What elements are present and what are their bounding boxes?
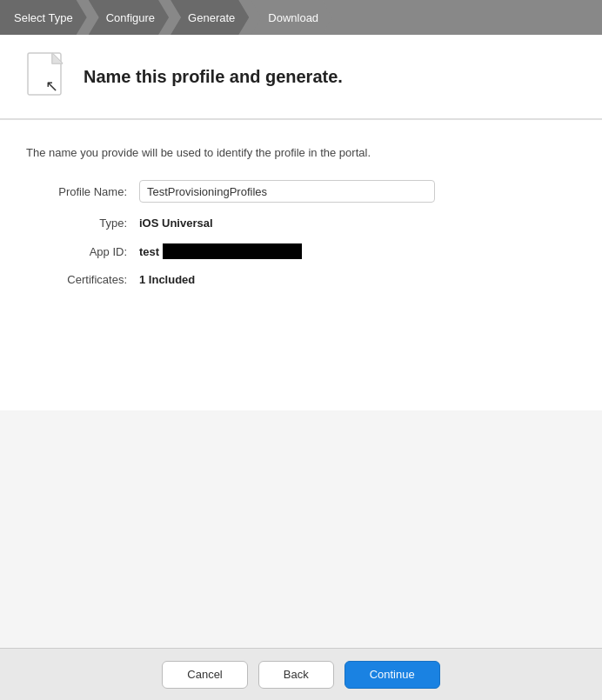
app-id-label: App ID: [26, 245, 139, 258]
main-content: ↖ Name this profile and generate. The na… [0, 35, 602, 648]
document-icon [26, 52, 68, 101]
footer: Cancel Back Continue [0, 648, 602, 700]
type-row: Type: iOS Universal [26, 217, 576, 230]
description-text: The name you provide will be used to ide… [26, 146, 576, 159]
certificates-label: Certificates: [26, 273, 139, 286]
step-configure[interactable]: Configure [89, 0, 169, 35]
step-download[interactable]: Download [251, 0, 332, 35]
form-section: The name you provide will be used to ide… [0, 120, 602, 410]
app-id-row: App ID: test [26, 243, 576, 259]
profile-name-row: Profile Name: [26, 180, 576, 203]
page-header: ↖ Name this profile and generate. [0, 35, 602, 119]
type-value: iOS Universal [139, 217, 213, 230]
breadcrumb: Select Type Configure Generate Download [0, 0, 602, 35]
back-button[interactable]: Back [258, 661, 334, 689]
app-id-value: test [139, 243, 302, 259]
continue-button[interactable]: Continue [344, 661, 440, 689]
app-id-redacted [163, 243, 302, 259]
step-generate[interactable]: Generate [171, 0, 249, 35]
profile-name-label: Profile Name: [26, 185, 139, 198]
certificates-value: 1 Included [139, 273, 195, 286]
certificates-row: Certificates: 1 Included [26, 273, 576, 286]
type-label: Type: [26, 217, 139, 230]
cancel-button[interactable]: Cancel [162, 661, 247, 689]
step-select-type[interactable]: Select Type [0, 0, 87, 35]
profile-name-input[interactable] [139, 180, 435, 203]
content-spacer [0, 410, 602, 649]
page-title: Name this profile and generate. [84, 67, 343, 87]
